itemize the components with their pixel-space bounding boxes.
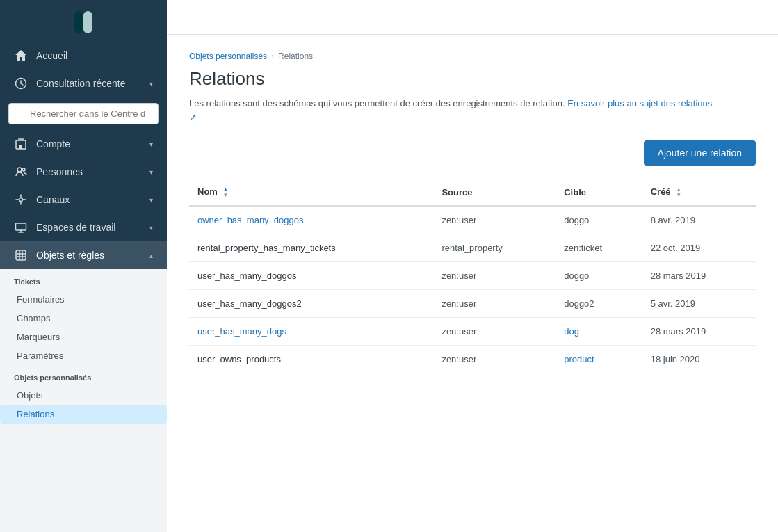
section-title-objets-personnalises: Objets personnalisés bbox=[0, 365, 167, 386]
zendesk-logo-icon bbox=[70, 11, 97, 33]
cell-source: rental_property bbox=[433, 234, 556, 261]
sort-cree-icon: ▲▼ bbox=[676, 187, 681, 198]
cell-nom: rental_property_has_many_tickets bbox=[189, 234, 433, 261]
sidebar-sub-item-relations[interactable]: Relations bbox=[0, 405, 167, 424]
sidebar-item-espaces[interactable]: Espaces de travail ▾ bbox=[0, 213, 167, 241]
sidebar-item-objets[interactable]: Objets et règles ▴ bbox=[0, 241, 167, 269]
external-link-icon: ↗ bbox=[189, 112, 197, 122]
sidebar-item-personnes[interactable]: Personnes ▾ bbox=[0, 158, 167, 186]
top-bar bbox=[167, 0, 778, 35]
chevron-down-icon: ▾ bbox=[149, 140, 153, 148]
svg-rect-8 bbox=[16, 250, 26, 260]
column-header-source: Source bbox=[433, 179, 556, 206]
cell-cree: 18 juin 2020 bbox=[642, 345, 756, 373]
sidebar-top-nav: Accueil Consultation récente ▾ Compt bbox=[0, 42, 167, 269]
column-header-nom[interactable]: Nom ▲▼ bbox=[189, 179, 433, 206]
table-body: owner_has_many_doggoszen:userdoggo8 avr.… bbox=[189, 206, 756, 373]
table-row: rental_property_has_many_ticketsrental_p… bbox=[189, 234, 756, 261]
cell-cible: zen:ticket bbox=[556, 234, 642, 261]
cell-cree: 28 mars 2019 bbox=[642, 261, 756, 289]
breadcrumb: Objets personnalisés › Relations bbox=[189, 51, 756, 61]
sort-nom-icon: ▲▼ bbox=[223, 187, 229, 198]
table-header-row: Nom ▲▼ Source Cible Créé ▲▼ bbox=[189, 179, 756, 206]
breadcrumb-separator: › bbox=[271, 51, 274, 61]
table-row: user_has_many_doggoszen:userdoggo28 mars… bbox=[189, 261, 756, 289]
svg-rect-3 bbox=[19, 145, 22, 149]
svg-point-6 bbox=[19, 198, 23, 202]
description-text: Les relations sont des schémas qui vous … bbox=[189, 98, 565, 108]
sidebar-item-label: Objets et règles bbox=[36, 250, 141, 261]
table-row: owner_has_many_doggoszen:userdoggo8 avr.… bbox=[189, 206, 756, 234]
column-header-cible: Cible bbox=[556, 179, 642, 206]
sidebar-section-tickets: Tickets Formulaires Champs Marqueurs Par… bbox=[0, 269, 167, 365]
cell-nom: user_has_many_doggos bbox=[189, 261, 433, 289]
table-row: user_has_many_doggos2zen:userdoggo25 avr… bbox=[189, 289, 756, 317]
sidebar-item-consultation[interactable]: Consultation récente ▾ bbox=[0, 70, 167, 97]
sidebar-sub-item-marqueurs[interactable]: Marqueurs bbox=[0, 328, 167, 346]
breadcrumb-current: Relations bbox=[278, 51, 313, 61]
cell-nom[interactable]: owner_has_many_doggos bbox=[189, 206, 433, 234]
chevron-up-icon: ▴ bbox=[149, 252, 153, 259]
page-description: Les relations sont des schémas qui vous … bbox=[189, 97, 718, 124]
people-icon bbox=[14, 165, 28, 179]
cell-nom[interactable]: user_has_many_dogs bbox=[189, 317, 433, 345]
breadcrumb-parent[interactable]: Objets personnalisés bbox=[189, 51, 267, 61]
sidebar-item-accueil[interactable]: Accueil bbox=[0, 42, 167, 70]
search-container bbox=[0, 97, 167, 130]
chevron-down-icon: ▾ bbox=[149, 168, 153, 176]
chevron-down-icon: ▾ bbox=[149, 196, 153, 204]
cell-nom: user_owns_products bbox=[189, 345, 433, 373]
cell-cree: 28 mars 2019 bbox=[642, 317, 756, 345]
cell-cible: doggo2 bbox=[556, 289, 642, 317]
objects-icon bbox=[14, 248, 28, 262]
main-content: Objets personnalisés › Relations Relatio… bbox=[167, 0, 778, 532]
sidebar-item-compte[interactable]: Compte ▾ bbox=[0, 130, 167, 158]
cell-source: zen:user bbox=[433, 289, 556, 317]
cell-cree: 5 avr. 2019 bbox=[642, 289, 756, 317]
add-relation-button[interactable]: Ajouter une relation bbox=[644, 140, 756, 166]
monitor-icon bbox=[14, 220, 28, 234]
home-icon bbox=[14, 49, 28, 63]
cell-source: zen:user bbox=[433, 206, 556, 234]
section-title-tickets: Tickets bbox=[0, 269, 167, 290]
search-input[interactable] bbox=[8, 103, 159, 124]
column-header-cree[interactable]: Créé ▲▼ bbox=[642, 179, 756, 206]
cell-cible[interactable]: product bbox=[556, 345, 642, 373]
toolbar: Ajouter une relation bbox=[189, 140, 756, 166]
sidebar-item-label: Accueil bbox=[36, 50, 153, 61]
cell-source: zen:user bbox=[433, 261, 556, 289]
cell-source: zen:user bbox=[433, 317, 556, 345]
sidebar-section-objets-personnalises: Objets personnalisés Objets Relations bbox=[0, 365, 167, 424]
logo bbox=[0, 0, 167, 42]
sidebar-item-label: Espaces de travail bbox=[36, 222, 141, 233]
sidebar-sub-item-objets[interactable]: Objets bbox=[0, 386, 167, 405]
clock-icon bbox=[14, 76, 28, 90]
sidebar-item-label: Consultation récente bbox=[36, 78, 141, 89]
sidebar-item-label: Personnes bbox=[36, 166, 141, 177]
sidebar-item-label: Canaux bbox=[36, 194, 141, 205]
cell-cible: doggo bbox=[556, 261, 642, 289]
cell-cree: 22 oct. 2019 bbox=[642, 234, 756, 261]
sidebar-sub-item-parametres[interactable]: Paramètres bbox=[0, 346, 167, 365]
sidebar: Accueil Consultation récente ▾ Compt bbox=[0, 0, 167, 532]
table-row: user_owns_productszen:userproduct18 juin… bbox=[189, 345, 756, 373]
page-title: Relations bbox=[189, 68, 756, 90]
table-row: user_has_many_dogszen:userdog28 mars 201… bbox=[189, 317, 756, 345]
relations-table: Nom ▲▼ Source Cible Créé ▲▼ owner_has_ma… bbox=[189, 179, 756, 373]
cell-nom: user_has_many_doggos2 bbox=[189, 289, 433, 317]
sidebar-sub-item-formulaires[interactable]: Formulaires bbox=[0, 290, 167, 309]
chevron-down-icon: ▾ bbox=[149, 224, 153, 232]
svg-point-5 bbox=[22, 168, 25, 171]
sidebar-sub-item-champs[interactable]: Champs bbox=[0, 309, 167, 328]
chevron-down-icon: ▾ bbox=[149, 80, 153, 88]
sidebar-item-label: Compte bbox=[36, 138, 141, 150]
cell-source: zen:user bbox=[433, 345, 556, 373]
cell-cree: 8 avr. 2019 bbox=[642, 206, 756, 234]
svg-rect-7 bbox=[16, 223, 26, 230]
cell-cible[interactable]: dog bbox=[556, 317, 642, 345]
cell-cible: doggo bbox=[556, 206, 642, 234]
svg-point-4 bbox=[17, 168, 22, 172]
sidebar-item-canaux[interactable]: Canaux ▾ bbox=[0, 186, 167, 213]
sidebar-sub-sections: Tickets Formulaires Champs Marqueurs Par… bbox=[0, 269, 167, 532]
content-area: Objets personnalisés › Relations Relatio… bbox=[167, 35, 778, 532]
